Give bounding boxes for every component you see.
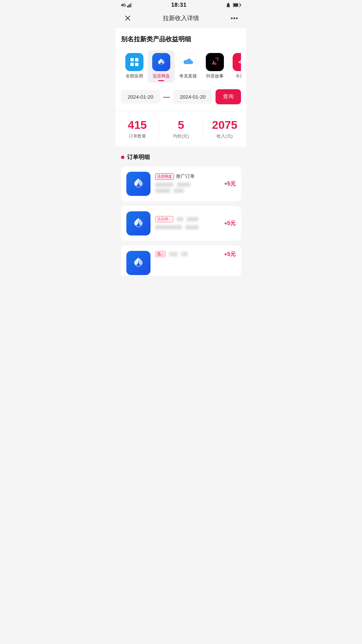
jinri-icon-text: 今 — [238, 58, 241, 67]
end-date-input[interactable]: 2024-01-20 — [173, 90, 212, 104]
stat-order-count-value: 415 — [128, 119, 147, 131]
blurred-2a — [155, 225, 182, 229]
tab-jinri[interactable]: 今 今日... — [228, 50, 241, 83]
svg-rect-1 — [128, 5, 129, 7]
active-indicator — [158, 80, 164, 81]
stat-order-count: 415 订单数量 — [116, 117, 159, 141]
order-tag-2: 迅雷网... — [155, 216, 173, 222]
blurred-tag — [177, 217, 183, 221]
svg-rect-18 — [218, 58, 218, 61]
blurred-1d — [174, 189, 184, 193]
svg-rect-0 — [127, 6, 128, 7]
jinri-icon: 今 — [233, 53, 241, 71]
header: 拉新收入详情 — [116, 9, 246, 28]
svg-rect-5 — [240, 4, 241, 6]
blurred-1a — [155, 182, 174, 187]
order-card-3: 迅... +5元 — [121, 246, 241, 276]
svg-point-19 — [214, 62, 217, 65]
status-time: 18:31 — [171, 2, 187, 8]
order-info-3: 迅... — [155, 251, 220, 260]
order-blurred-row-1b — [155, 189, 220, 193]
order-tags-row-2: 迅雷网... — [155, 216, 220, 222]
main-content: 别名拉新类产品收益明细 全部应用 — [116, 28, 246, 147]
order-amount-3: +5元 — [224, 251, 236, 258]
svg-point-9 — [231, 17, 233, 19]
all-apps-label: 全部应用 — [126, 73, 143, 79]
svg-rect-2 — [130, 4, 131, 7]
order-title-1: 推广订单 — [176, 173, 195, 179]
date-range: 2024-01-20 — 2024-01-20 查询 — [121, 89, 241, 104]
blurred-3b — [181, 252, 188, 256]
app-tabs: 全部应用 迅雷网盘 夸克直搜 — [121, 50, 241, 83]
order-tag-1: 迅雷网盘 — [155, 173, 174, 180]
svg-rect-6 — [233, 4, 238, 7]
tab-kuake[interactable]: 夸克直搜 — [175, 50, 201, 83]
status-bar: 4G 18:31 — [116, 0, 246, 9]
svg-rect-14 — [130, 63, 134, 66]
status-signal: 4G — [121, 3, 132, 7]
section-title: 别名拉新类产品收益明细 — [121, 35, 241, 44]
page-title: 拉新收入详情 — [163, 14, 199, 22]
signal-text: 4G — [121, 3, 126, 7]
tab-tiktok[interactable]: ♪ 抖音故事 — [201, 50, 228, 83]
start-date-input[interactable]: 2024-01-20 — [121, 90, 160, 104]
stat-avg-price-value: 5 — [178, 119, 184, 131]
xunlei-icon — [152, 53, 170, 71]
blurred-2b — [185, 225, 199, 229]
order-info-1: 迅雷网盘 推广订单 — [155, 173, 220, 195]
stat-revenue: 2075 收入(元) — [203, 117, 246, 141]
svg-rect-15 — [135, 63, 138, 66]
mute-icon — [226, 2, 231, 8]
tab-all-apps[interactable]: 全部应用 — [121, 50, 148, 83]
blurred-tag2 — [187, 217, 198, 221]
more-button[interactable] — [229, 13, 240, 23]
stat-revenue-label: 收入(元) — [217, 133, 233, 139]
title-dot — [121, 156, 124, 159]
jinri-label: 今日... — [236, 73, 241, 79]
all-apps-icon — [125, 53, 143, 71]
order-section-label: 订单明细 — [127, 153, 150, 161]
order-blurred-row-1 — [155, 182, 220, 187]
battery-icon — [233, 3, 241, 7]
kuake-icon — [179, 53, 197, 71]
tab-xunlei[interactable]: 迅雷网盘 — [148, 50, 175, 83]
query-button[interactable]: 查询 — [216, 89, 241, 104]
date-separator: — — [163, 93, 170, 101]
svg-point-11 — [236, 17, 238, 19]
kuake-label: 夸克直搜 — [179, 73, 197, 79]
stat-avg-price: 5 均价(元) — [159, 117, 203, 141]
svg-point-10 — [234, 17, 235, 19]
xunlei-label: 迅雷网盘 — [153, 73, 170, 79]
order-app-icon-2 — [126, 211, 150, 235]
order-section: 订单明细 迅雷网盘 推广订单 +5元 — [116, 147, 246, 276]
order-app-icon-3 — [126, 251, 150, 275]
stat-revenue-value: 2075 — [212, 119, 238, 131]
status-icons — [226, 2, 241, 8]
close-button[interactable] — [122, 13, 133, 23]
order-tags-row-3: 迅... — [155, 251, 220, 257]
order-card: 迅雷网盘 推广订单 +5元 — [121, 166, 241, 201]
blurred-1b — [177, 182, 190, 187]
svg-rect-13 — [135, 58, 138, 61]
order-card-2: 迅雷网... +5元 — [121, 206, 241, 241]
order-app-icon-1 — [126, 172, 150, 196]
order-tag-3: 迅... — [155, 251, 166, 257]
order-amount-2: +5元 — [224, 220, 236, 227]
order-section-title: 订单明细 — [121, 153, 241, 161]
blurred-1c — [155, 189, 170, 193]
svg-rect-12 — [130, 58, 134, 61]
order-amount-1: +5元 — [224, 180, 236, 187]
blurred-3a — [169, 252, 178, 256]
svg-rect-3 — [131, 3, 132, 7]
tiktok-icon: ♪ — [206, 53, 224, 71]
order-blurred-row-2 — [155, 225, 220, 229]
order-tags-row-1: 迅雷网盘 推广订单 — [155, 173, 220, 180]
stat-avg-price-label: 均价(元) — [173, 133, 189, 139]
order-info-2: 迅雷网... — [155, 216, 220, 231]
stats-row: 415 订单数量 5 均价(元) 2075 收入(元) — [116, 111, 246, 147]
stat-order-count-label: 订单数量 — [129, 133, 146, 139]
tiktok-label: 抖音故事 — [206, 73, 224, 79]
